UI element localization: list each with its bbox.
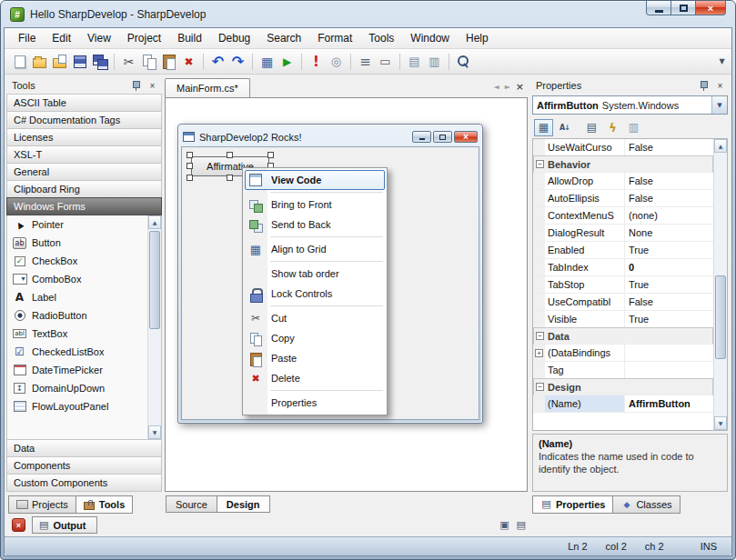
class-browser-icon[interactable] (405, 52, 424, 71)
collapse-icon[interactable]: − (536, 160, 544, 168)
context-menu-item-align-to-grid[interactable]: Align to Grid (245, 239, 385, 259)
copy-icon[interactable] (139, 52, 158, 71)
undo-icon[interactable] (208, 52, 227, 71)
property-value[interactable]: False (625, 139, 713, 155)
context-menu-item-bring-to-front[interactable]: Bring to Front (245, 195, 385, 215)
property-row-contextmenus[interactable]: ContextMenuS(none) (533, 207, 713, 225)
search-icon[interactable] (454, 52, 473, 71)
maximize-button[interactable] (670, 1, 696, 15)
toolbox-category-general[interactable]: General (6, 163, 162, 181)
toolbox-category-components[interactable]: Components (6, 456, 162, 475)
context-menu-item-lock-controls[interactable]: Lock Controls (245, 284, 385, 304)
run-icon[interactable] (277, 52, 297, 71)
context-menu-item-send-to-back[interactable]: Send to Back (245, 215, 385, 235)
toolbox-scrollbar[interactable]: ▲ ▼ (147, 215, 161, 439)
toolbox-category-c-documentation-tags[interactable]: C# Documentation Tags (6, 111, 162, 129)
property-category-data[interactable]: −Data (533, 327, 713, 345)
scrollbar-thumb[interactable] (149, 231, 160, 329)
property-value[interactable]: False (625, 173, 713, 189)
property-value[interactable]: True (625, 276, 713, 293)
property-pages-icon[interactable] (624, 119, 643, 136)
selection-handle[interactable] (227, 175, 233, 181)
toolbox-category-ascii-table[interactable]: ASCII Table (6, 94, 162, 112)
selection-handle[interactable] (227, 152, 233, 158)
new-file-icon[interactable] (10, 52, 29, 71)
toolbox-item-combobox[interactable]: ComboBox (7, 270, 147, 288)
property-row-visible[interactable]: VisibleTrue (533, 311, 713, 328)
scroll-up-icon[interactable]: ▲ (714, 139, 727, 153)
menu-window[interactable]: Window (402, 28, 458, 48)
menu-file[interactable]: File (10, 28, 44, 48)
context-menu-item-cut[interactable]: Cut (245, 308, 385, 328)
toolbox-item-domainupdown[interactable]: DomainUpDown (7, 379, 147, 397)
property-row-usecompatibl[interactable]: UseCompatiblFalse (533, 294, 713, 311)
open-project-icon[interactable] (50, 52, 69, 71)
properties-icon[interactable] (582, 119, 601, 136)
alphabetical-icon[interactable] (555, 119, 574, 136)
toolbox-category-custom-components[interactable]: Custom Components (6, 474, 162, 492)
toolbox-category-clipboard-ring[interactable]: Clipboard Ring (6, 180, 162, 198)
toolbox-category-licenses[interactable]: Licenses (6, 128, 162, 146)
tab-projects[interactable]: Projects (8, 495, 76, 514)
selection-handle[interactable] (267, 152, 274, 158)
context-menu-item-properties[interactable]: Properties (245, 393, 385, 413)
toolbox-item-pointer[interactable]: Pointer (7, 215, 147, 234)
context-menu-item-delete[interactable]: Delete (245, 368, 385, 388)
redo-icon[interactable] (228, 52, 247, 71)
toolbox-item-textbox[interactable]: TextBox (7, 325, 147, 343)
property-row-autoellipsis[interactable]: AutoEllipsisFalse (533, 190, 713, 207)
object-selector[interactable]: AffirmButton System.Windows ▼ (532, 95, 728, 115)
categorized-icon[interactable] (534, 119, 553, 136)
toolbox-item-checkbox[interactable]: CheckBox (7, 252, 147, 270)
menu-format[interactable]: Format (309, 28, 360, 48)
pin-icon[interactable] (698, 80, 710, 92)
property-value[interactable]: AffirmButton (625, 395, 713, 412)
menu-project[interactable]: Project (119, 28, 169, 48)
toolbox-category-windows-forms[interactable]: Windows Forms (6, 197, 162, 215)
property-row-usewaitcurso[interactable]: UseWaitCursoFalse (533, 139, 713, 156)
nav-back-icon[interactable]: ◄ (493, 83, 499, 91)
design-form-titlebar[interactable]: SharpDevelop2 Rocks! × (181, 127, 479, 146)
property-row-databindings[interactable]: +(DataBindings (533, 345, 713, 362)
menu-search[interactable]: Search (258, 28, 309, 48)
property-row-allowdrop[interactable]: AllowDropFalse (533, 173, 713, 190)
bookmark-list-icon[interactable] (356, 52, 375, 71)
property-value[interactable]: True (625, 311, 713, 327)
close-panel-icon[interactable]: × (146, 80, 158, 92)
context-menu-item-view-code[interactable]: View Code (245, 170, 385, 190)
dropdown-icon[interactable]: ▼ (711, 96, 727, 114)
frame-icon[interactable] (376, 52, 395, 71)
property-row-name[interactable]: (Name)AffirmButton (533, 395, 713, 413)
events-icon[interactable] (603, 119, 622, 136)
scroll-down-icon[interactable]: ▼ (714, 416, 727, 430)
collapse-icon[interactable]: − (536, 383, 544, 391)
tab-classes[interactable]: Classes (612, 495, 680, 514)
toolbox-item-checkedlistbox[interactable]: CheckedListBox (7, 343, 147, 361)
selection-handle[interactable] (187, 175, 193, 181)
tab-tools[interactable]: Tools (76, 495, 134, 514)
delete-icon[interactable] (179, 52, 198, 71)
property-row-tag[interactable]: Tag (533, 362, 713, 379)
scroll-up-icon[interactable]: ▲ (148, 215, 161, 229)
selection-handle[interactable] (187, 163, 193, 169)
save-icon[interactable] (70, 52, 89, 71)
designer-canvas[interactable]: SharpDevelop2 Rocks! × Affirmative (165, 97, 528, 492)
property-row-dialogresult[interactable]: DialogResultNone (533, 225, 713, 242)
context-menu-item-paste[interactable]: Paste (245, 348, 385, 368)
property-grid-scrollbar[interactable]: ▲ ▼ (713, 139, 727, 430)
tab-properties[interactable]: Properties (532, 495, 613, 514)
menu-build[interactable]: Build (169, 28, 210, 48)
close-document-icon[interactable]: × (516, 81, 524, 93)
form-minimize-button[interactable] (412, 131, 431, 143)
menu-edit[interactable]: Edit (44, 28, 79, 48)
close-button[interactable]: × (695, 1, 726, 15)
menu-debug[interactable]: Debug (210, 28, 258, 48)
property-value[interactable]: 0 (625, 259, 713, 275)
menu-help[interactable]: Help (458, 28, 497, 48)
collapse-icon[interactable]: − (536, 332, 544, 340)
scrollbar-thumb[interactable] (715, 275, 726, 359)
paste-icon[interactable] (159, 52, 178, 71)
menu-view[interactable]: View (79, 28, 119, 48)
breakpoint-icon[interactable] (327, 52, 346, 71)
property-value[interactable] (625, 345, 713, 361)
